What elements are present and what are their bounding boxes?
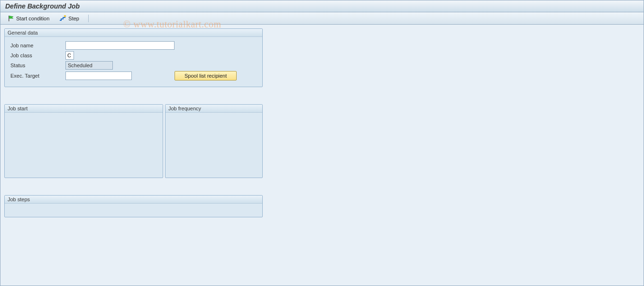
job-steps-title: Job steps [5, 196, 262, 204]
job-timing-row: Job start Job frequency [4, 104, 263, 178]
toolbar: Start condition Step [0, 12, 644, 25]
exec-target-label: Exec. Target [9, 72, 65, 80]
page-title: Define Background Job [5, 2, 80, 10]
spool-list-recipient-button[interactable]: Spool list recipient [175, 71, 237, 80]
step-label: Step [68, 16, 79, 21]
job-name-label: Job name [9, 42, 65, 49]
title-bar: Define Background Job [0, 0, 644, 12]
start-condition-button[interactable]: Start condition [4, 14, 53, 23]
exec-target-input[interactable] [65, 72, 132, 80]
general-data-group: General data Job name Job class Status S… [4, 28, 263, 87]
job-start-group: Job start [4, 104, 163, 178]
flag-icon [8, 15, 14, 22]
step-button[interactable]: Step [55, 14, 83, 23]
status-label: Status [9, 62, 65, 69]
job-start-title: Job start [5, 105, 163, 113]
job-frequency-body [166, 113, 262, 174]
svg-point-1 [64, 15, 66, 17]
job-class-label: Job class [9, 52, 65, 59]
job-frequency-group: Job frequency [165, 104, 263, 178]
start-condition-label: Start condition [16, 16, 49, 21]
job-frequency-title: Job frequency [166, 105, 262, 113]
step-icon [59, 15, 66, 22]
content-area: General data Job name Job class Status S… [0, 25, 644, 221]
status-display: Scheduled [65, 61, 113, 70]
job-name-input[interactable] [65, 41, 175, 50]
window: Define Background Job Start condition St… [0, 0, 644, 286]
job-start-body [5, 113, 163, 174]
general-data-title: General data [5, 29, 262, 37]
job-steps-body [5, 204, 262, 217]
job-class-input[interactable] [65, 51, 74, 60]
toolbar-separator [88, 15, 89, 22]
job-steps-group: Job steps [4, 195, 263, 217]
